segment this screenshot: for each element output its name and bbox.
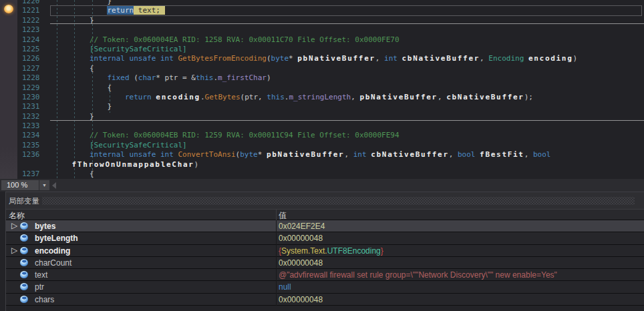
locals-panel: 局部变量 名称 值 ▷bytes0x024EF2E4byteLength0x00…: [0, 192, 644, 311]
code-line: 1228 fixed (char* ptr = &this.m_firstCha…: [0, 73, 644, 83]
code-line: 1236 internal unsafe int ConvertToAnsi(b…: [0, 150, 644, 160]
column-divider: [276, 245, 277, 257]
field-icon: [20, 296, 28, 303]
locals-grid-header: 名称 值: [6, 209, 644, 220]
field-icon: [20, 222, 28, 230]
field-icon: [20, 247, 28, 254]
column-divider: [276, 281, 277, 293]
code-line: 1225 [SecuritySafeCritical]: [0, 45, 644, 54]
code-line: 1221 return text;: [0, 6, 644, 15]
method-separator: [50, 120, 644, 121]
variable-name: charCount: [35, 258, 71, 268]
locals-row-charCount[interactable]: charCount0x00000048: [6, 257, 644, 269]
method-separator: [50, 23, 644, 24]
variable-value: null: [279, 282, 291, 292]
variable-name: ptr: [35, 282, 44, 292]
locals-panel-title: 局部变量: [9, 196, 39, 206]
locals-row-chars[interactable]: chars0x00000048: [6, 294, 644, 306]
column-divider: [276, 232, 277, 244]
variable-name: chars: [35, 295, 54, 304]
locals-panel-titlebar[interactable]: 局部变量: [6, 192, 644, 209]
column-divider: [276, 257, 277, 269]
variable-value: 0x024EF2E4: [279, 222, 325, 231]
locals-rows: ▷bytes0x024EF2E4byteLength0x00000048▷enc…: [6, 220, 644, 306]
current-statement-icon[interactable]: [4, 5, 13, 13]
code-line: 1224 // Token: 0x060004EA RID: 1258 RVA:…: [0, 35, 644, 45]
editor-bottom-bar: 100 % ▼: [0, 179, 644, 192]
locals-row-encoding[interactable]: ▷encoding{System.Text.UTF8Encoding}: [6, 245, 644, 257]
column-divider[interactable]: [276, 210, 277, 220]
locals-row-ptr[interactable]: ptrnull: [6, 281, 644, 293]
breakpoint-gutter[interactable]: [0, 0, 17, 179]
code-line: 1226 internal unsafe int GetBytesFromEnc…: [0, 54, 644, 63]
code-line: 1229 {: [0, 83, 644, 93]
variable-value: 0x00000048: [279, 295, 323, 304]
code-line: 1231 }: [0, 102, 644, 111]
field-icon: [20, 234, 28, 242]
column-divider: [276, 294, 277, 306]
code-line: 1222 }: [0, 16, 644, 25]
locals-row-bytes[interactable]: ▷bytes0x024EF2E4: [6, 220, 644, 232]
expander-icon[interactable]: ▷: [11, 246, 17, 255]
variable-name: bytes: [35, 222, 55, 231]
code-lines: 1220 }1221 return text; 1222 }12231224 /…: [0, 0, 644, 179]
field-icon: [20, 271, 28, 278]
dnspy-debugger-window: 1220 }1221 return text; 1222 }12231224 /…: [0, 0, 644, 311]
variable-name: encoding: [35, 246, 70, 256]
variable-value: 0x00000048: [279, 234, 323, 243]
expander-icon[interactable]: ▷: [11, 221, 17, 230]
code-line: 1234 // Token: 0x060004EB RID: 1259 RVA:…: [0, 131, 644, 140]
hscroll-left-arrow[interactable]: [52, 182, 56, 189]
code-line: 1223: [0, 25, 644, 35]
locals-row-byteLength[interactable]: byteLength0x00000048: [6, 232, 644, 244]
code-line: 1233: [0, 121, 644, 131]
variable-value: {System.Text.UTF8Encoding}: [279, 246, 383, 256]
field-icon: [20, 259, 28, 266]
code-line: 1230 return encoding.GetBytes(ptr, this.…: [0, 93, 644, 102]
field-icon: [20, 283, 28, 290]
code-editor[interactable]: 1220 }1221 return text; 1222 }12231224 /…: [0, 0, 644, 179]
code-line: 1220 }: [0, 0, 644, 6]
code-line: fThrowOnUnmappableChar): [0, 160, 644, 170]
variable-name: byteLength: [35, 234, 78, 243]
variable-value: 0x00000048: [279, 258, 323, 268]
code-line: 1237 {: [0, 170, 644, 179]
variable-name: text: [35, 270, 47, 280]
zoom-level-combobox[interactable]: 100 %: [1, 180, 39, 190]
column-divider: [276, 269, 277, 281]
locals-row-text[interactable]: text@"advfirewall firewall set rule grou…: [6, 269, 644, 281]
column-divider: [276, 220, 277, 232]
zoom-dropdown-button[interactable]: ▼: [39, 180, 49, 190]
code-line: 1235 [SecuritySafeCritical]: [0, 141, 644, 150]
titlebar-grip-dots: [42, 197, 635, 205]
variable-value: @"advfirewall firewall set rule group=\"…: [279, 270, 557, 280]
code-line: 1227 {: [0, 64, 644, 73]
